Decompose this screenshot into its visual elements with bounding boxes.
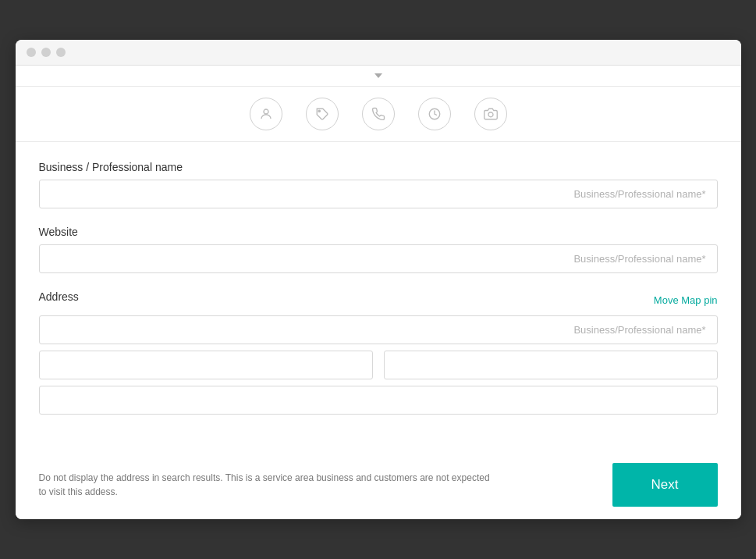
title-bar bbox=[16, 40, 741, 66]
main-window: Business / Professional name Website Add… bbox=[16, 40, 741, 519]
clock-icon bbox=[428, 107, 442, 121]
next-button[interactable]: Next bbox=[612, 463, 718, 507]
svg-point-3 bbox=[488, 112, 493, 117]
business-name-label: Business / Professional name bbox=[39, 161, 718, 173]
svg-point-1 bbox=[318, 110, 320, 112]
traffic-light-maximize[interactable] bbox=[56, 48, 66, 57]
move-map-pin-link[interactable]: Move Map pin bbox=[654, 294, 718, 306]
address-row-2 bbox=[39, 351, 718, 379]
phone-icon bbox=[371, 107, 385, 121]
website-label: Website bbox=[39, 226, 718, 238]
tabs-row bbox=[16, 87, 741, 142]
footer-bar: Do not display the address in search res… bbox=[16, 450, 741, 519]
chevron-down-icon bbox=[374, 73, 382, 78]
person-icon bbox=[259, 107, 273, 121]
tab-person[interactable] bbox=[250, 98, 282, 130]
address-label: Address bbox=[39, 290, 79, 303]
tab-clock[interactable] bbox=[418, 98, 451, 130]
dropdown-trigger[interactable] bbox=[374, 73, 382, 78]
tab-camera[interactable] bbox=[474, 98, 507, 130]
address-state-input[interactable] bbox=[384, 351, 718, 379]
traffic-light-minimize[interactable] bbox=[41, 48, 51, 57]
traffic-light-close[interactable] bbox=[27, 48, 36, 57]
tab-tag[interactable] bbox=[306, 98, 339, 130]
address-country-input[interactable] bbox=[39, 386, 718, 415]
address-header: Address Move Map pin bbox=[39, 290, 718, 309]
form-content: Business / Professional name Website Add… bbox=[16, 142, 741, 450]
business-name-input[interactable] bbox=[39, 180, 718, 208]
tab-phone[interactable] bbox=[362, 98, 395, 130]
business-name-section: Business / Professional name bbox=[39, 161, 718, 208]
svg-point-0 bbox=[264, 109, 268, 114]
camera-icon bbox=[484, 107, 498, 121]
address-line1-input[interactable] bbox=[39, 315, 718, 344]
footer-note: Do not display the address in search res… bbox=[39, 471, 492, 499]
dropdown-bar bbox=[16, 66, 741, 87]
address-city-input[interactable] bbox=[39, 351, 373, 379]
address-row-3 bbox=[39, 386, 718, 415]
address-section: Address Move Map pin bbox=[39, 290, 718, 415]
website-section: Website bbox=[39, 226, 718, 273]
website-input[interactable] bbox=[39, 244, 718, 273]
tag-icon bbox=[315, 107, 329, 121]
